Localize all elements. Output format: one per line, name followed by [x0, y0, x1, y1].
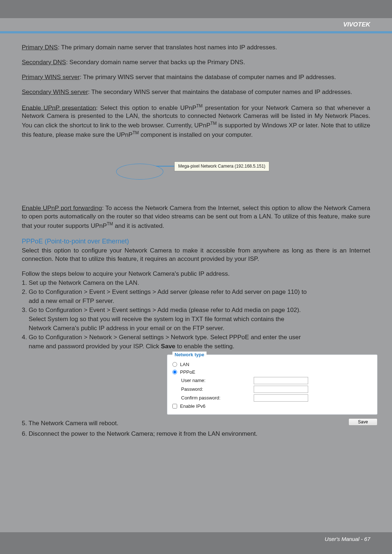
- primary-dns-text: : The primary domain name server that tr…: [58, 44, 277, 51]
- pppoe-step4a: 4. Go to Configuration > Network > Gener…: [22, 333, 370, 342]
- secondary-dns-term: Secondary DNS: [22, 59, 66, 66]
- save-button[interactable]: Save: [348, 418, 377, 426]
- pppoe-radio[interactable]: [172, 370, 177, 374]
- secondary-wins-term: Secondary WINS server: [22, 89, 88, 95]
- password-input[interactable]: [254, 386, 308, 393]
- pppoe-step6: 6. Disconnect the power to the Network C…: [22, 430, 370, 438]
- pppoe-step3b: Select System log so that you will recei…: [22, 315, 370, 324]
- callout-tooltip: Mega-pixel Network Camera (192.168.5.151…: [174, 161, 269, 171]
- pppoe-intro: Select this option to configure your Net…: [22, 247, 370, 263]
- upnp-callout: Mega-pixel Network Camera (192.168.5.151…: [116, 153, 276, 190]
- lan-radio-row: LAN: [172, 361, 372, 368]
- pppoe-step3a: 3. Go to Configuration > Event > Event s…: [22, 306, 370, 315]
- network-type-panel: Network type LAN PPPoE User name: Passwo…: [167, 354, 377, 415]
- primary-wins-def: Primary WINS server: The primary WINS se…: [22, 73, 370, 82]
- page-content: Primary DNS: The primary domain name ser…: [0, 33, 392, 438]
- pppoe-title: PPPoE (Point-to-point over Ethernet): [22, 237, 370, 246]
- pppoe-step3c: Network Camera's public IP address in yo…: [22, 324, 370, 333]
- primary-dns-def: Primary DNS: The primary domain name ser…: [22, 44, 370, 52]
- confirm-row: Confirm password:: [181, 394, 372, 402]
- ipv6-row: Enable IPv6: [172, 403, 372, 410]
- brand-name: VIVOTEK: [343, 21, 370, 28]
- ipv6-label: Enable IPv6: [180, 403, 205, 410]
- primary-wins-text: : The primary WINS server that maintains…: [80, 74, 336, 81]
- password-row: Password:: [181, 386, 372, 393]
- pppoe-step2a: 2. Go to Configuration > Event > Event s…: [22, 288, 370, 296]
- page-footer: User's Manual - 67: [0, 532, 392, 554]
- pppoe-radio-row: PPPoE: [172, 369, 372, 376]
- upnp-presentation-term: Enable UPnP presentation: [22, 104, 96, 111]
- pppoe-step2b: add a new email or FTP server.: [22, 297, 370, 305]
- username-label: User name:: [181, 377, 254, 384]
- pppoe-steps: Follow the steps below to acquire your N…: [22, 270, 370, 350]
- secondary-wins-def: Secondary WINS server: The secondary WIN…: [22, 88, 370, 97]
- upnp-presentation-def: Enable UPnP presentation: Select this op…: [22, 103, 370, 139]
- secondary-dns-def: Secondary DNS: Secondary domain name ser…: [22, 58, 370, 67]
- confirm-password-input[interactable]: [254, 394, 308, 402]
- secondary-dns-text: : Secondary domain name server that back…: [66, 59, 245, 66]
- upnp-port-term: Enable UPnP port forwarding: [22, 205, 102, 212]
- upnp-port-def: Enable UPnP port forwarding: To access t…: [22, 204, 370, 230]
- brand-bar: VIVOTEK: [0, 18, 392, 31]
- username-row: User name:: [181, 377, 372, 384]
- pppoe-step5: 5. The Network Camera will reboot.: [22, 419, 370, 428]
- lan-label: LAN: [180, 361, 189, 368]
- secondary-wins-text: : The secondary WINS server that maintai…: [88, 89, 352, 95]
- pppoe-label: PPPoE: [180, 369, 195, 376]
- network-type-legend: Network type: [172, 352, 207, 358]
- password-label: Password:: [181, 386, 254, 393]
- footer-text: User's Manual - 67: [0, 532, 392, 542]
- ipv6-checkbox[interactable]: [172, 404, 177, 409]
- confirm-label: Confirm password:: [181, 395, 254, 401]
- username-input[interactable]: [254, 377, 308, 384]
- primary-dns-term: Primary DNS: [22, 44, 58, 51]
- primary-wins-term: Primary WINS server: [22, 74, 80, 81]
- page-top-margin: [0, 0, 392, 18]
- pppoe-follow: Follow the steps below to acquire your N…: [22, 270, 370, 278]
- lan-radio[interactable]: [172, 362, 177, 367]
- pppoe-step4: name and password provided by your ISP. …: [22, 342, 370, 351]
- pppoe-step1: 1. Set up the Network Camera on the LAN.: [22, 279, 370, 287]
